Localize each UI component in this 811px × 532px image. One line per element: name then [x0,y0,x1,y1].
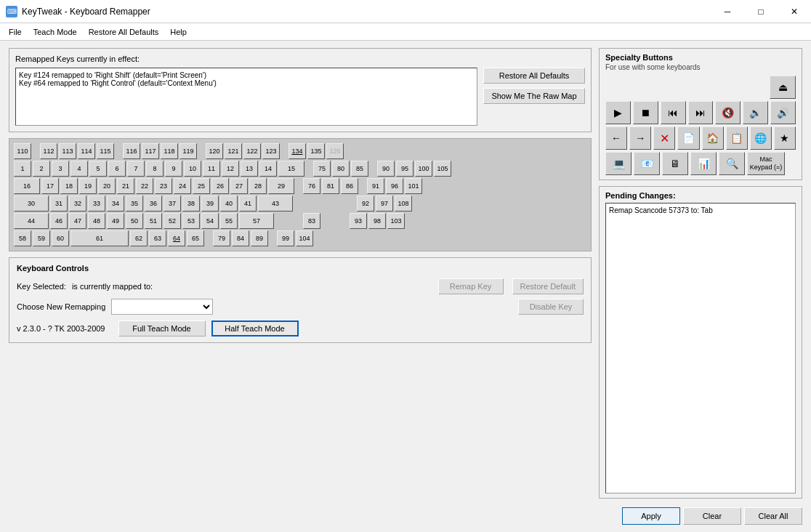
key-75[interactable]: 75 [313,161,331,177]
key-14[interactable]: 14 [259,161,277,177]
spec-btn-monitor[interactable]: 🖥 [662,152,688,175]
key-3[interactable]: 3 [52,161,69,177]
remap-key-button[interactable]: Remap Key [438,278,504,294]
spec-btn-stop[interactable]: ⏹ [633,101,658,124]
key-115[interactable]: 115 [97,143,114,159]
spec-btn-vol-down[interactable]: 🔉 [743,101,768,124]
key-134[interactable]: 134 [289,143,306,159]
key-9[interactable]: 9 [165,161,182,177]
key-10[interactable]: 10 [184,161,201,177]
key-7[interactable]: 7 [127,161,145,177]
key-28[interactable]: 28 [249,178,267,194]
spec-btn-search[interactable]: 🔍 [719,152,745,175]
key-91[interactable]: 91 [367,178,384,194]
spec-btn-refresh[interactable]: 📄 [677,126,699,150]
key-100[interactable]: 100 [415,161,432,177]
key-4[interactable]: 4 [70,161,88,177]
key-15[interactable]: 15 [278,161,304,177]
key-43[interactable]: 43 [258,196,293,211]
key-59[interactable]: 59 [33,230,50,246]
key-12[interactable]: 12 [222,161,239,177]
apply-button[interactable]: Apply [622,507,680,525]
key-30[interactable]: 30 [14,196,49,211]
spec-btn-forward[interactable]: → [629,126,651,150]
key-81[interactable]: 81 [322,178,339,194]
key-105[interactable]: 105 [434,161,451,177]
key-13[interactable]: 13 [241,161,258,177]
key-65[interactable]: 65 [187,230,204,246]
key-62[interactable]: 62 [130,230,148,246]
key-21[interactable]: 21 [117,178,134,194]
key-76[interactable]: 76 [303,178,320,194]
full-teach-button[interactable]: Full Teach Mode [118,321,206,336]
key-99[interactable]: 99 [277,230,294,246]
spec-btn-pc[interactable]: 💻 [605,152,632,175]
key-90[interactable]: 90 [377,161,395,177]
key-23[interactable]: 23 [155,178,172,194]
key-104[interactable]: 104 [296,230,313,246]
key-135[interactable]: 135 [307,143,325,159]
key-49[interactable]: 49 [107,213,124,229]
key-52[interactable]: 52 [164,213,181,229]
key-50[interactable]: 50 [126,213,143,229]
key-25[interactable]: 25 [193,178,210,194]
menu-teach-mode[interactable]: Teach Mode [28,26,83,38]
key-110[interactable]: 110 [14,143,31,159]
key-116[interactable]: 116 [123,143,140,159]
clear-all-button[interactable]: Clear All [744,507,802,525]
key-92[interactable]: 92 [357,196,374,211]
key-96[interactable]: 96 [386,178,403,194]
key-31[interactable]: 31 [50,196,68,211]
key-16[interactable]: 16 [14,178,40,194]
key-2[interactable]: 2 [33,161,50,177]
key-27[interactable]: 27 [230,178,248,194]
key-118[interactable]: 118 [161,143,178,159]
key-93[interactable]: 93 [350,213,367,229]
key-58[interactable]: 58 [14,230,31,246]
key-112[interactable]: 112 [40,143,57,159]
spec-btn-vol-up[interactable]: 🔊 [770,101,796,124]
spec-btn-x[interactable]: ✕ [653,126,675,150]
close-button[interactable]: ✕ [778,0,811,23]
key-53[interactable]: 53 [182,213,200,229]
key-32[interactable]: 32 [69,196,86,211]
spec-btn-back[interactable]: ← [605,126,627,150]
spec-btn-web[interactable]: 🌐 [750,126,772,150]
remap-select[interactable] [111,299,213,315]
key-86[interactable]: 86 [341,178,358,194]
key-35[interactable]: 35 [126,196,143,211]
key-63[interactable]: 63 [149,230,166,246]
key-57[interactable]: 57 [239,213,274,229]
key-98[interactable]: 98 [368,213,386,229]
key-38[interactable]: 38 [182,196,200,211]
key-89[interactable]: 89 [251,230,268,246]
key-80[interactable]: 80 [332,161,350,177]
spec-btn-play[interactable]: ▶ [605,101,631,124]
key-85[interactable]: 85 [351,161,368,177]
key-34[interactable]: 34 [107,196,124,211]
key-126[interactable]: 126 [326,143,344,159]
key-36[interactable]: 36 [145,196,162,211]
key-55[interactable]: 55 [220,213,238,229]
key-123[interactable]: 123 [262,143,280,159]
key-29[interactable]: 29 [268,178,294,194]
key-5[interactable]: 5 [89,161,107,177]
key-24[interactable]: 24 [174,178,191,194]
key-6[interactable]: 6 [108,161,126,177]
key-19[interactable]: 19 [79,178,97,194]
spec-btn-home[interactable]: 🏠 [702,126,724,150]
key-47[interactable]: 47 [69,213,86,229]
key-83[interactable]: 83 [303,213,320,229]
key-22[interactable]: 22 [136,178,153,194]
key-44[interactable]: 44 [14,213,49,229]
spec-btn-chart[interactable]: 📊 [690,152,717,175]
spec-btn-mac-keypad[interactable]: MacKeypad (=) [747,152,785,175]
maximize-button[interactable]: □ [744,0,778,23]
key-117[interactable]: 117 [142,143,159,159]
restore-all-defaults-button[interactable]: Restore All Defaults [483,68,585,84]
disable-key-button[interactable]: Disable Key [518,299,584,315]
key-97[interactable]: 97 [376,196,393,211]
key-121[interactable]: 121 [225,143,242,159]
key-20[interactable]: 20 [98,178,116,194]
minimize-button[interactable]: ─ [711,0,744,23]
